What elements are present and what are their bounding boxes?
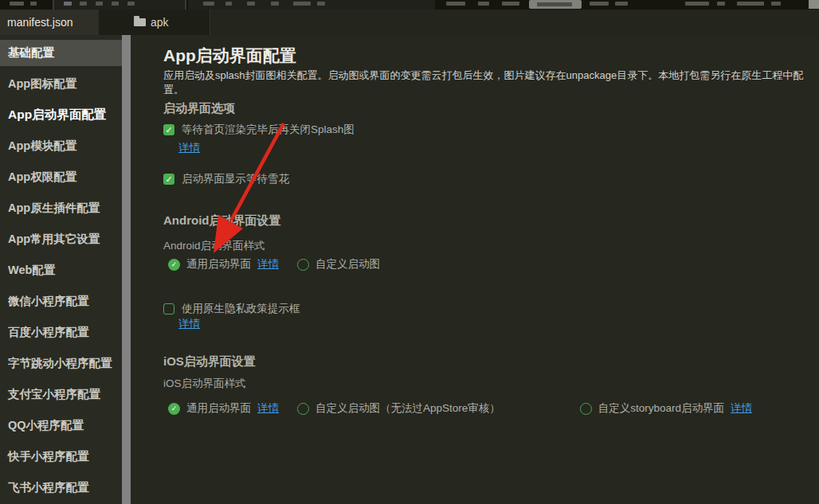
checkbox-native-privacy[interactable] xyxy=(163,303,174,315)
manifest-config-sidebar: 基础配置 App图标配置 App启动界面配置 App模块配置 App权限配置 A… xyxy=(0,35,122,504)
toolbar-fragment xyxy=(271,2,279,6)
option-row-native-privacy: 使用原生隐私政策提示框 xyxy=(163,302,300,316)
toolbar-fragment xyxy=(127,2,135,6)
toolbar-fragment xyxy=(30,2,37,6)
tab-apk-folder[interactable]: apk xyxy=(99,10,210,35)
toolbar-fragment xyxy=(203,2,214,6)
sidebar-item-kuaishou-mp-config[interactable]: 快手小程序配置 xyxy=(0,443,122,470)
check-icon: ✓ xyxy=(171,261,178,268)
sidebar-item-app-native-plugin-config[interactable]: App原生插件配置 xyxy=(0,195,122,221)
radio-ios-storyboard-launch[interactable] xyxy=(580,403,592,415)
detail-link-wait-splash[interactable]: 详情 xyxy=(178,141,200,155)
sidebar-item-qq-mp-config[interactable]: QQ小程序配置 xyxy=(0,412,122,439)
section-heading-android: Android启动界面设置 xyxy=(163,213,281,229)
toolbar-panel xyxy=(54,0,185,10)
toolbar-fragment xyxy=(247,2,255,6)
radio-android-common-launch[interactable]: ✓ xyxy=(168,259,180,271)
checkbox-wait-splash[interactable]: ✓ xyxy=(163,124,174,135)
android-style-label: Android启动界面样式 xyxy=(163,239,265,253)
detail-link-ios-common[interactable]: 详情 xyxy=(257,401,279,416)
checkbox-label-native-privacy: 使用原生隐私政策提示框 xyxy=(182,302,300,316)
toolbar-fragment xyxy=(96,2,103,6)
ios-style-label: iOS启动界面样式 xyxy=(163,377,246,391)
toolbar-fragment xyxy=(717,2,725,6)
radio-label-ios-custom: 自定义启动图（无法过AppStore审核） xyxy=(315,401,500,416)
toolbar-fragment xyxy=(737,2,764,6)
detail-link-native-privacy[interactable]: 详情 xyxy=(178,317,200,331)
toolbar-fragment xyxy=(10,2,24,6)
android-style-radio-row: ✓ 通用启动界面 详情 自定义启动图 xyxy=(168,257,380,272)
toolbar-corner-block xyxy=(809,0,819,9)
editor-tab-bar: manifest.json apk xyxy=(0,10,819,35)
toolbar-fragment xyxy=(771,2,781,6)
sidebar-item-bytedance-mp-config[interactable]: 字节跳动小程序配置 xyxy=(0,350,122,377)
radio-label-ios-common: 通用启动界面 xyxy=(186,401,251,416)
page-title: App启动界面配置 xyxy=(163,45,296,67)
radio-label-android-common: 通用启动界面 xyxy=(186,257,251,272)
toolbar-separator xyxy=(53,0,54,10)
ios-style-radio-row: ✓ 通用启动界面 详情 自定义启动图（无法过AppStore审核） 自定义sto… xyxy=(168,401,752,416)
section-heading-launch-options: 启动界面选项 xyxy=(163,101,235,116)
detail-link-ios-storyboard[interactable]: 详情 xyxy=(731,401,752,416)
sidebar-item-web-config[interactable]: Web配置 xyxy=(0,257,122,283)
truncated-toolbar xyxy=(0,0,819,10)
toolbar-fragment xyxy=(446,2,465,6)
check-icon: ✓ xyxy=(165,175,172,184)
sidebar-item-app-launch-screen-config[interactable]: App启动界面配置 xyxy=(0,102,122,128)
option-row-snow: ✓ 启动界面显示等待雪花 xyxy=(163,172,289,186)
toolbar-fragment xyxy=(615,2,628,6)
sidebar-item-app-misc-settings[interactable]: App常用其它设置 xyxy=(0,226,122,252)
toolbar-fragment xyxy=(317,2,325,6)
tab-label: manifest.json xyxy=(7,16,72,29)
toolbar-fragment xyxy=(685,2,709,6)
folder-icon xyxy=(134,18,146,26)
toolbar-fragment xyxy=(225,2,232,6)
toolbar-fragment xyxy=(478,2,489,6)
toolbar-fragment xyxy=(80,2,87,6)
radio-ios-common-launch[interactable]: ✓ xyxy=(168,403,180,415)
sidebar-scrollbar[interactable] xyxy=(122,35,131,504)
toolbar-fragment xyxy=(64,2,72,6)
sidebar-item-app-permission-config[interactable]: App权限配置 xyxy=(0,164,122,190)
sidebar-item-app-icon-config[interactable]: App图标配置 xyxy=(0,71,122,97)
radio-label-android-custom: 自定义启动图 xyxy=(315,257,380,272)
launch-screen-config-pane: App启动界面配置 应用启动及splash封面图相关配置。启动图或界面的变更需云… xyxy=(131,35,819,504)
tab-label: apk xyxy=(151,16,169,29)
toolbar-fragment xyxy=(590,2,609,6)
toolbar-separator xyxy=(185,0,186,10)
check-icon: ✓ xyxy=(171,405,178,412)
checkbox-snow[interactable]: ✓ xyxy=(163,174,174,185)
sidebar-item-feishu-mp-config[interactable]: 飞书小程序配置 xyxy=(0,475,122,501)
checkbox-label-wait-splash: 等待首页渲染完毕后再关闭Splash图 xyxy=(182,123,355,137)
detail-link-android-common[interactable]: 详情 xyxy=(257,257,279,272)
page-subtitle: 应用启动及splash封面图相关配置。启动图或界面的变更需云打包后生效，图片建议… xyxy=(163,68,818,97)
toolbar-fragment xyxy=(293,2,311,6)
toolbar-active-button[interactable] xyxy=(529,0,582,9)
sidebar-item-app-module-config[interactable]: App模块配置 xyxy=(0,133,122,159)
check-icon: ✓ xyxy=(165,126,172,135)
radio-label-ios-storyboard: 自定义storyboard启动界面 xyxy=(598,401,724,416)
checkbox-label-snow: 启动界面显示等待雪花 xyxy=(182,172,289,186)
toolbar-fragment xyxy=(112,2,119,6)
radio-ios-custom-launch[interactable] xyxy=(297,403,309,415)
sidebar-item-baidu-mp-config[interactable]: 百度小程序配置 xyxy=(0,319,122,346)
tab-manifest-json[interactable]: manifest.json xyxy=(0,10,99,35)
sidebar-item-basic-config[interactable]: 基础配置 xyxy=(0,40,122,66)
sidebar-item-alipay-mp-config[interactable]: 支付宝小程序配置 xyxy=(0,381,122,408)
radio-android-custom-launch[interactable] xyxy=(297,259,309,271)
toolbar-fragment xyxy=(502,2,519,6)
option-row-wait-splash: ✓ 等待首页渲染完毕后再关闭Splash图 xyxy=(163,123,355,137)
sidebar-item-weixin-mp-config[interactable]: 微信小程序配置 xyxy=(0,288,122,315)
section-heading-ios: iOS启动界面设置 xyxy=(163,354,256,369)
